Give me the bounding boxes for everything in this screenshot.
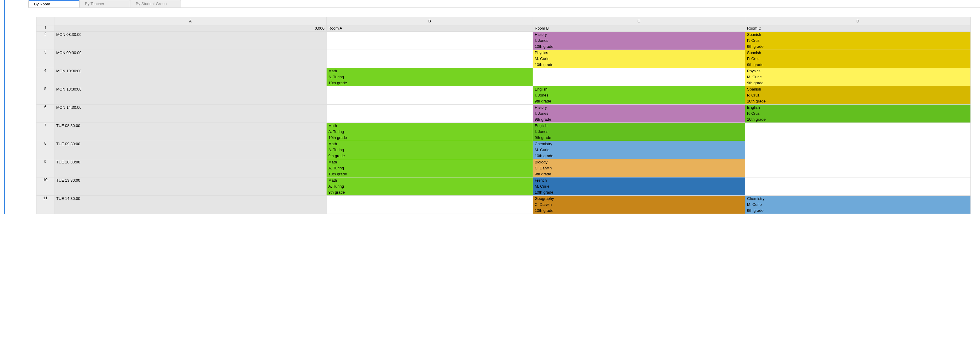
cell-B3[interactable]: [326, 50, 533, 68]
cell-D6[interactable]: EnglishP. Cruz10th grade: [745, 104, 971, 123]
time-label: TUE 10:30:00: [54, 159, 326, 165]
cell-C2[interactable]: HistoryI. Jones10th grade: [533, 32, 745, 50]
time-slot: MON 14:30:00: [54, 104, 326, 122]
row-header-11[interactable]: 11: [37, 196, 54, 214]
cell-A9[interactable]: TUE 10:30:00: [54, 159, 326, 177]
cell-C11[interactable]: GeographyC. Darwin10th grade: [533, 196, 745, 214]
cell-D2[interactable]: SpanishP. Cruz9th grade: [745, 32, 971, 50]
tab-by-room[interactable]: By Room: [29, 0, 79, 8]
grade-label: 9th grade: [533, 98, 745, 104]
teacher-label: M. Curie: [533, 183, 745, 190]
cell-D1[interactable]: Room C: [745, 25, 971, 32]
cell-C4[interactable]: [533, 68, 745, 86]
cell-C5[interactable]: EnglishI. Jones9th grade: [533, 86, 745, 104]
cell-A2[interactable]: MON 08:30:00: [54, 32, 326, 50]
tab-by-student-group[interactable]: By Student Group: [130, 0, 181, 8]
time-label: TUE 14:30:00: [54, 196, 326, 202]
row-header-7[interactable]: 7: [37, 123, 54, 141]
row-number: 11: [43, 196, 47, 200]
time-slot: MON 10:30:00: [54, 68, 326, 86]
cell-C7[interactable]: EnglishI. Jones9th grade: [533, 123, 745, 141]
cell-B8[interactable]: MathA. Turing9th grade: [326, 141, 533, 159]
row-header-1[interactable]: 1: [37, 25, 54, 32]
cell-value: Room A: [326, 25, 533, 32]
cell-A8[interactable]: TUE 09:30:00: [54, 141, 326, 159]
cell-A1[interactable]: 0.000: [54, 25, 326, 32]
subject-label: Math: [326, 177, 533, 183]
cell-A5[interactable]: MON 13:30:00: [54, 86, 326, 104]
class-slot: SpanishP. Cruz9th grade: [745, 50, 970, 68]
time-slot: TUE 14:30:00: [54, 196, 326, 213]
subject-label: History: [533, 104, 745, 111]
corner-cell[interactable]: [37, 17, 54, 25]
teacher-label: C. Darwin: [533, 202, 745, 208]
cell-D9[interactable]: [745, 159, 971, 177]
cell-B4[interactable]: MathA. Turing10th grade: [326, 68, 533, 86]
cell-A11[interactable]: TUE 14:30:00: [54, 196, 326, 214]
cell-D8[interactable]: [745, 141, 971, 159]
cell-B2[interactable]: [326, 32, 533, 50]
tab-by-teacher[interactable]: By Teacher: [79, 0, 130, 8]
cell-D5[interactable]: SpanishP. Cruz10th grade: [745, 86, 971, 104]
cell-A7[interactable]: TUE 08:30:00: [54, 123, 326, 141]
class-slot: SpanishP. Cruz10th grade: [745, 86, 970, 104]
cell-C8[interactable]: ChemistryM. Curie10th grade: [533, 141, 745, 159]
cell-D3[interactable]: SpanishP. Cruz9th grade: [745, 50, 971, 68]
cell-A10[interactable]: TUE 13:30:00: [54, 177, 326, 196]
cell-B5[interactable]: [326, 86, 533, 104]
row-number: 6: [44, 104, 46, 109]
cell-A6[interactable]: MON 14:30:00: [54, 104, 326, 123]
cell-B1[interactable]: Room A: [326, 25, 533, 32]
grade-label: 9th grade: [745, 62, 970, 68]
time-slot: MON 09:30:00: [54, 50, 326, 68]
cell-D10[interactable]: [745, 177, 971, 196]
row-header-9[interactable]: 9: [37, 159, 54, 177]
row-header-5[interactable]: 5: [37, 86, 54, 104]
subject-label: English: [533, 86, 745, 92]
cell-D7[interactable]: [745, 123, 971, 141]
teacher-label: P. Cruz: [745, 56, 970, 62]
data-row-8: 8TUE 09:30:00 MathA. Turing9th gradeChem…: [37, 141, 971, 159]
cell-A3[interactable]: MON 09:30:00: [54, 50, 326, 68]
cell-value: 0.000: [54, 25, 326, 32]
col-header-C[interactable]: C: [533, 17, 745, 25]
data-row-2: 2MON 08:30:00 HistoryI. Jones10th gradeS…: [37, 32, 971, 50]
subject-label: Chemistry: [533, 141, 745, 147]
cell-C6[interactable]: HistoryI. Jones9th grade: [533, 104, 745, 123]
cell-B10[interactable]: MathA. Turing9th grade: [326, 177, 533, 196]
class-slot: MathA. Turing10th grade: [326, 159, 533, 177]
cell-B9[interactable]: MathA. Turing10th grade: [326, 159, 533, 177]
data-row-5: 5MON 13:30:00 EnglishI. Jones9th gradeSp…: [37, 86, 971, 104]
row-header-6[interactable]: 6: [37, 104, 54, 123]
teacher-label: I. Jones: [533, 92, 745, 98]
cell-B7[interactable]: MathA. Turing10th grade: [326, 123, 533, 141]
row-header-4[interactable]: 4: [37, 68, 54, 86]
subject-label: English: [533, 123, 745, 129]
teacher-label: I. Jones: [533, 111, 745, 117]
col-header-B[interactable]: B: [326, 17, 533, 25]
class-slot: FrenchM. Curie10th grade: [533, 177, 745, 195]
cell-C9[interactable]: BiologyC. Darwin9th grade: [533, 159, 745, 177]
col-header-D[interactable]: D: [745, 17, 971, 25]
cell-D11[interactable]: ChemistryM. Curie9th grade: [745, 196, 971, 214]
row-header-10[interactable]: 10: [37, 177, 54, 196]
row-header-2[interactable]: 2: [37, 32, 54, 50]
grade-label: 10th grade: [533, 62, 745, 68]
time-slot: TUE 09:30:00: [54, 141, 326, 159]
grade-label: 10th grade: [533, 190, 745, 195]
cell-C3[interactable]: PhysicsM. Curie10th grade: [533, 50, 745, 68]
cell-B11[interactable]: [326, 196, 533, 214]
row-number: 8: [44, 141, 46, 145]
cell-C1[interactable]: Room B: [533, 25, 745, 32]
cell-D4[interactable]: PhysicsM. Curie9th grade: [745, 68, 971, 86]
subject-label: Physics: [745, 68, 970, 74]
col-header-A[interactable]: A: [54, 17, 326, 25]
row-header-3[interactable]: 3: [37, 50, 54, 68]
row-header-8[interactable]: 8: [37, 141, 54, 159]
empty-slot: [326, 50, 533, 68]
cell-A4[interactable]: MON 10:30:00: [54, 68, 326, 86]
grade-label: 10th grade: [326, 80, 533, 86]
grid-table: A B C D 1 0.000 Room A Room B Room C: [36, 17, 971, 214]
cell-C10[interactable]: FrenchM. Curie10th grade: [533, 177, 745, 196]
cell-B6[interactable]: [326, 104, 533, 123]
